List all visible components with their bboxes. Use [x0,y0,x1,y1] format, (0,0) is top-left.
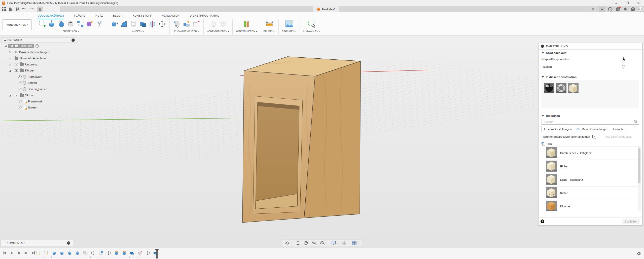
tree-item-sketch-screen[interactable]: Screen [2,104,77,111]
visibility-off-icon[interactable] [15,63,18,66]
timeline-feature-extrude[interactable] [74,250,81,256]
zoom-button[interactable]: ± [312,240,317,245]
measure-icon[interactable] [265,20,274,28]
timeline-feature-sketch[interactable] [43,250,50,256]
category-holz[interactable]: Holz [539,140,642,146]
display-settings-button[interactable]: ▾ [331,241,338,245]
tree-item-root[interactable]: ◢ Final Idea [2,43,77,49]
grid-settings-button[interactable]: ▾ [341,240,348,245]
ribbon-group-label[interactable]: PRÜFEN ▾ [263,30,275,32]
form-icon[interactable] [86,20,94,28]
timeline-position-marker[interactable] [156,249,158,258]
ribbon-group-label[interactable]: AUSWÄHLEN ▾ [303,30,320,32]
collapse-icon[interactable]: ▷ [9,63,12,66]
material-item-kirsche[interactable]: Kirsche [546,200,641,211]
rectangular-pattern-icon[interactable] [76,20,85,28]
visibility-off-icon[interactable] [18,106,22,109]
configuration-table-icon[interactable] [219,20,227,28]
library-tab-fusion-darstellungen[interactable]: Fusion-Darstellungen [542,126,574,132]
library-tab-favoriten[interactable]: Favoriten [611,126,628,132]
ribbon-tab-netz[interactable]: NETZ [95,13,103,19]
section-collapse-icon[interactable] [542,76,544,78]
material-item-bambus-hell-halbglanz[interactable]: Bambus hell - Halbglanz [546,146,641,160]
ribbon-group-label[interactable]: ÄNDERN ▾ [132,30,144,32]
visibility-icon[interactable] [15,69,18,72]
select-icon[interactable] [307,20,316,28]
comments-bar[interactable]: KOMMENTARE + [1,240,73,246]
configuration-icon[interactable] [209,20,218,28]
notifications-bell-icon[interactable] [623,7,628,12]
redo-button[interactable]: ▾ [29,7,36,12]
radio-button[interactable] [622,57,625,61]
scrollbar-thumb[interactable] [638,148,640,183]
browser-minimize-icon[interactable]: – [71,39,75,42]
undo-button[interactable]: ▾ [21,7,28,12]
combine-icon[interactable] [139,20,147,28]
minimize-button[interactable]: – [611,0,622,6]
light-wood-cube-swatch[interactable] [568,83,579,93]
ribbon-group-label[interactable]: ERSTELLEN ▾ [62,30,79,32]
visibility-off-icon[interactable] [18,100,22,103]
help-icon[interactable]: ? [631,7,635,12]
appearance-header[interactable]: – DARSTELLUNG [539,43,642,50]
library-section[interactable]: Bibliothek [539,113,642,118]
pan-button[interactable] [304,241,309,245]
ribbon-group-label[interactable]: ZUSAMMENFÜGEN ▾ [174,30,199,32]
save-button[interactable] [15,7,20,12]
activate-component-radio[interactable] [35,44,39,48]
user-avatar[interactable]: LS [638,7,643,12]
info-icon[interactable]: i [541,219,544,223]
new-component-icon[interactable] [173,20,181,28]
joint-origin-icon[interactable] [192,20,200,28]
expand-icon[interactable]: ◢ [9,94,12,97]
ribbon-tab-volumenkörper[interactable]: VOLUMENKÖRPER [37,13,64,19]
construction-dropdown[interactable]: KONSTRUKTION ▾ [3,19,32,30]
close-panel-button[interactable]: Schließen [622,219,640,224]
ribbon-tab-blech[interactable]: BLECH [113,13,123,19]
home-view-button[interactable] [37,7,43,12]
create-sketch-icon[interactable] [38,20,46,28]
ribbon-tab-fläche[interactable]: FLÄCHE [74,13,86,19]
library-tab-meine-darstellungen[interactable]: Meine Darstellungen [574,126,611,132]
ribbon-tab-dienstprogramme[interactable]: DIENSTPROGRAMME [189,13,220,19]
tree-item-body-screen[interactable]: Screen [2,80,77,86]
downloadable-checkbox[interactable]: ✓ [592,135,596,138]
timeline-feature-move[interactable] [145,250,151,256]
tree-item-body-screen-border[interactable]: Screen_border [2,86,77,92]
scrollbar-track[interactable] [638,146,641,211]
insert-image-icon[interactable] [285,20,294,28]
search-input[interactable] [542,119,639,125]
close-tab-icon[interactable]: ✕ [590,7,596,11]
look-at-button[interactable] [296,241,301,245]
document-tab[interactable]: Final Idea* [313,6,339,12]
viewports-button[interactable]: ▾ [352,240,359,245]
in-design-section[interactable]: In dieser Konstruktion [539,74,642,80]
tree-item-sketches[interactable]: ◢ Skizzen [2,92,77,98]
black-gloss-sphere-swatch[interactable] [544,83,554,93]
tree-item-origin[interactable]: ▷ Ursprung [2,61,77,68]
ribbon-group-label[interactable]: EINFÜGEN ▾ [282,30,297,32]
timeline-settings-gear-icon[interactable] [637,251,641,255]
restore-button[interactable]: ❐ [622,0,633,6]
timeline-feature-move[interactable] [90,250,96,256]
hole-icon[interactable] [66,20,75,28]
expand-icon[interactable]: ◢ [9,69,12,72]
timeline-feature-press[interactable] [113,250,120,256]
timeline-feature-component[interactable] [82,250,89,256]
new-tab-button[interactable]: + [599,7,605,12]
visibility-icon[interactable] [10,45,14,47]
pipe-icon[interactable] [95,20,104,28]
tree-item-document-settings[interactable]: ▷ ⚙ Dokumenteinstellungen [2,49,77,55]
expand-icon[interactable]: ◢ [4,45,7,47]
tree-item-named-views[interactable]: ▷ Benannte Ansichten [2,55,77,61]
ribbon-group-label[interactable]: KONFIGURIEREN ▾ [207,30,229,32]
visibility-icon[interactable] [18,76,22,78]
chrome-ring-swatch[interactable] [556,83,566,93]
collapse-icon[interactable]: ▷ [9,57,12,60]
step-forward-button[interactable] [24,251,28,255]
timeline-feature-press[interactable] [121,250,128,256]
timeline-feature-extrude[interactable] [51,250,57,256]
step-back-button[interactable] [10,251,14,255]
timeline-feature-face[interactable] [98,250,104,256]
radio-button[interactable] [622,65,625,68]
